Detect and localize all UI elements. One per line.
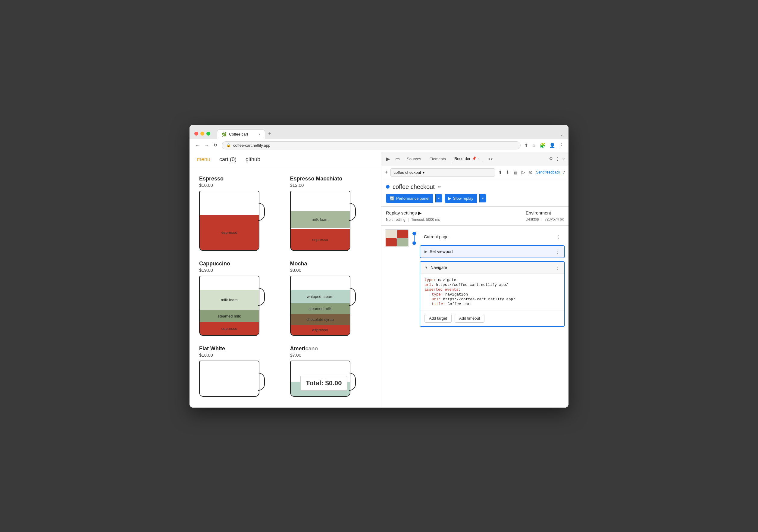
cup-handle bbox=[258, 203, 265, 221]
profile-icon[interactable]: 👤 bbox=[549, 143, 555, 148]
edit-recording-icon[interactable]: ✏ bbox=[438, 184, 441, 189]
list-item[interactable]: Mocha $8.00 whipped cream steamed milk c… bbox=[285, 257, 376, 342]
title-bar: 🌿 Coffee cart × + ⌄ bbox=[190, 125, 568, 139]
nav-github[interactable]: github bbox=[246, 156, 260, 163]
environment-details: Desktop | 723×574 px bbox=[526, 217, 564, 221]
browser-window: 🌿 Coffee cart × + ⌄ ← → ↻ 🔒 coffee-cart.… bbox=[190, 125, 568, 408]
tab-close-button[interactable]: × bbox=[259, 133, 260, 136]
replay-settings-title[interactable]: Replay settings ▶ bbox=[386, 210, 440, 216]
replay-icon[interactable]: ▷ bbox=[521, 169, 526, 176]
tab-recorder-close[interactable]: × bbox=[478, 157, 480, 160]
tab-sources[interactable]: Sources bbox=[404, 155, 424, 163]
recording-title: coffee checkout bbox=[393, 183, 435, 190]
perf-icon: 🔄 bbox=[390, 196, 395, 201]
inspector-icon[interactable]: ▶ bbox=[385, 155, 391, 163]
recording-name-select[interactable]: coffee checkout ▾ bbox=[391, 168, 495, 177]
coffee-price: $7.00 bbox=[290, 352, 371, 357]
maximize-traffic-light[interactable] bbox=[206, 132, 210, 136]
recorder-address-bar: + coffee checkout ▾ ⬆ ⬇ 🗑 ▷ ⊙ Send feedb… bbox=[381, 166, 568, 179]
more-devtools-icon[interactable]: ⋮ bbox=[555, 156, 560, 161]
code-url-line: url: https://coffee-cart.netlify.app/ bbox=[425, 283, 560, 287]
cup-handle bbox=[349, 203, 356, 221]
coffee-cup: whipped cream steamed milk chocolate syr… bbox=[290, 276, 350, 336]
nav-cart[interactable]: cart (0) bbox=[219, 156, 236, 163]
new-tab-button[interactable]: + bbox=[265, 128, 274, 139]
add-recording-button[interactable]: + bbox=[385, 169, 388, 176]
menu-icon[interactable]: ⋮ bbox=[559, 143, 564, 148]
navigate-expand-icon[interactable]: ▼ bbox=[425, 265, 428, 270]
delete-recording-icon[interactable]: 🗑 bbox=[512, 169, 519, 176]
refresh-button[interactable]: ↻ bbox=[213, 142, 218, 149]
forward-button[interactable]: → bbox=[204, 142, 209, 149]
tab-right-controls: ⌄ bbox=[560, 132, 564, 139]
set-viewport-more-button[interactable]: ⋮ bbox=[555, 249, 560, 254]
url-bar[interactable]: 🔒 coffee-cart.netlify.app bbox=[222, 141, 521, 150]
coffee-grid: Espresso $10.00 espresso Espresso Macchi… bbox=[190, 167, 381, 408]
total-badge: Total: $0.00 bbox=[300, 376, 347, 391]
list-item[interactable]: Espresso $10.00 espresso bbox=[194, 172, 285, 257]
cup-layer-chocolate-syrup: chocolate syrup bbox=[291, 314, 350, 325]
current-page-more-button[interactable]: ⋮ bbox=[556, 234, 561, 240]
list-item[interactable]: Americano $7.00 Total: $0.00 bbox=[285, 342, 376, 403]
timeline-node-top bbox=[412, 232, 416, 235]
recording-title-area: coffee checkout ✏ 🔄 Performance panel ▾ … bbox=[381, 179, 568, 207]
active-tab[interactable]: 🌿 Coffee cart × bbox=[217, 130, 265, 139]
extensions-icon[interactable]: 🧩 bbox=[539, 143, 546, 148]
list-item[interactable]: Flat White $18.00 bbox=[194, 342, 285, 403]
tab-bar: 🌿 Coffee cart × + ⌄ bbox=[217, 128, 564, 139]
close-traffic-light[interactable] bbox=[194, 132, 198, 136]
back-button[interactable]: ← bbox=[194, 142, 200, 149]
share-icon[interactable]: ⬆ bbox=[524, 143, 528, 148]
tab-recorder[interactable]: Recorder 📌 × bbox=[451, 154, 483, 163]
timeline-row: Current page ⋮ ▶ Set viewport ⋮ bbox=[381, 229, 568, 327]
list-item[interactable]: Cappuccino $19.00 milk foam steamed milk… bbox=[194, 257, 285, 342]
list-item[interactable]: Espresso Macchiato $12.00 milk foam espr… bbox=[285, 172, 376, 257]
navigate-header: ▼ Navigate ⋮ bbox=[420, 262, 564, 274]
timeline-node-bottom bbox=[412, 241, 416, 245]
address-bar: ← → ↻ 🔒 coffee-cart.netlify.app ⬆ ☆ 🧩 👤 … bbox=[190, 139, 568, 152]
send-feedback-link[interactable]: Send feedback bbox=[536, 170, 560, 175]
minimize-traffic-light[interactable] bbox=[200, 132, 204, 136]
performance-panel-button[interactable]: 🔄 Performance panel bbox=[386, 194, 433, 203]
cup-handle bbox=[349, 373, 356, 391]
navigate-footer: Add target Add timeout bbox=[420, 311, 564, 326]
set-viewport-expand-icon[interactable]: ▶ bbox=[425, 249, 427, 254]
coffee-name: Cappuccino bbox=[199, 261, 281, 267]
devtools-close-icon[interactable]: × bbox=[562, 156, 565, 161]
set-viewport-header: ▶ Set viewport ⋮ bbox=[420, 246, 564, 257]
coffee-name: Americano bbox=[290, 346, 371, 352]
coffee-cup: milk foam steamed milk espresso bbox=[199, 276, 259, 336]
coffee-name: Mocha bbox=[290, 261, 371, 267]
coffee-price: $18.00 bbox=[199, 352, 281, 357]
export-recording-icon[interactable]: ⬆ bbox=[498, 169, 503, 176]
recorder-actions: ⬆ ⬇ 🗑 ▷ ⊙ bbox=[498, 169, 534, 176]
performance-panel-dropdown[interactable]: ▾ bbox=[435, 194, 442, 202]
recording-dropdown-arrow[interactable]: ▾ bbox=[423, 170, 425, 175]
record-icon[interactable]: ⊙ bbox=[528, 169, 534, 176]
coffee-name: Flat White bbox=[199, 346, 281, 352]
recording-name-text: coffee checkout bbox=[394, 170, 421, 175]
timeline-content: Current page ⋮ ▶ Set viewport ⋮ bbox=[420, 229, 565, 327]
tab-more[interactable]: >> bbox=[485, 155, 496, 163]
traffic-lights bbox=[194, 132, 210, 136]
tab-elements[interactable]: Elements bbox=[427, 155, 449, 163]
separator: | bbox=[408, 217, 409, 222]
slow-replay-dropdown[interactable]: ▾ bbox=[479, 194, 486, 202]
pin-icon: 📌 bbox=[472, 156, 476, 161]
navigate-more-button[interactable]: ⋮ bbox=[555, 265, 560, 271]
settings-icon[interactable]: ⚙ bbox=[549, 156, 553, 161]
help-icon[interactable]: ? bbox=[563, 170, 565, 175]
slow-replay-button[interactable]: ▶ Slow replay bbox=[445, 194, 477, 203]
coffee-price: $19.00 bbox=[199, 268, 281, 273]
tab-favicon: 🌿 bbox=[222, 132, 226, 137]
device-toggle-icon[interactable]: ▭ bbox=[394, 155, 401, 163]
tab-list-arrow[interactable]: ⌄ bbox=[560, 132, 564, 137]
add-target-button[interactable]: Add target bbox=[425, 314, 452, 323]
bookmark-icon[interactable]: ☆ bbox=[532, 143, 536, 148]
address-actions: ⬆ ☆ 🧩 👤 ⋮ bbox=[524, 143, 564, 148]
environment-title: Environment bbox=[526, 210, 564, 216]
code-nav-url-line: url: https://coffee-cart.netlify.app/ bbox=[425, 297, 560, 302]
nav-menu[interactable]: menu bbox=[197, 156, 210, 163]
add-timeout-button[interactable]: Add timeout bbox=[455, 314, 484, 323]
download-recording-icon[interactable]: ⬇ bbox=[505, 169, 511, 176]
